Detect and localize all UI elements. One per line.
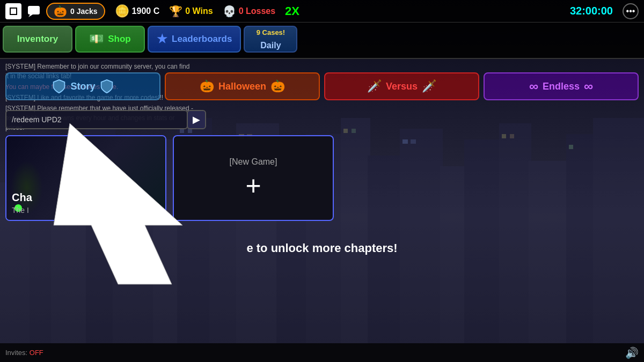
svg-rect-33 bbox=[510, 134, 514, 138]
daily-button[interactable]: 9 Cases! Daily bbox=[244, 26, 297, 53]
tab-versus-label: Versus bbox=[386, 81, 418, 92]
unlock-text: e to unlock more chapters! bbox=[246, 241, 397, 255]
tab-halloween-label: Halloween bbox=[218, 81, 266, 92]
losses-display: 💀 0 Losses bbox=[223, 5, 275, 18]
mode-tabs: Story 🎃 Halloween 🎃 🗡️ Versus 🗡️ ∞ Endle… bbox=[5, 72, 639, 100]
shop-button[interactable]: 💵 Shop bbox=[75, 26, 145, 53]
svg-rect-18 bbox=[566, 134, 596, 343]
svg-rect-31 bbox=[411, 139, 416, 144]
inventory-label: Inventory bbox=[17, 34, 58, 45]
svg-rect-36 bbox=[11, 9, 16, 14]
svg-rect-19 bbox=[593, 118, 644, 343]
submit-arrow-icon: ▶ bbox=[193, 114, 200, 125]
redeem-input[interactable] bbox=[5, 110, 188, 129]
svg-rect-34 bbox=[569, 145, 573, 149]
invites-text: Invites: OFF bbox=[5, 349, 43, 357]
losses-value: 0 Losses bbox=[239, 6, 275, 16]
top-bar: 🎃 0 Jacks 🪙 1900 C 🏆 0 Wins 💀 0 Losses 2… bbox=[0, 0, 644, 59]
tab-endless[interactable]: ∞ Endless ∞ bbox=[484, 72, 639, 100]
leaderboards-label: Leaderboards bbox=[172, 34, 232, 45]
tab-story-label: Story bbox=[70, 81, 95, 92]
game-cards: Cha The I [New Game] + bbox=[5, 135, 334, 221]
daily-cases-text: 9 Cases! bbox=[257, 28, 285, 36]
svg-rect-11 bbox=[341, 118, 370, 343]
shield-icon bbox=[52, 79, 66, 93]
pumpkin-icon-right: 🎃 bbox=[270, 79, 285, 93]
star-icon: ★ bbox=[157, 32, 167, 46]
pumpkin-icon-left: 🎃 bbox=[200, 79, 214, 93]
svg-rect-28 bbox=[343, 129, 348, 133]
svg-rect-14 bbox=[440, 166, 467, 343]
multiplier-value: 2X bbox=[285, 4, 299, 18]
svg-rect-15 bbox=[464, 139, 502, 343]
skull-icon: 💀 bbox=[223, 5, 236, 18]
new-game-card[interactable]: [New Game] + bbox=[173, 135, 334, 221]
shield-icon-right bbox=[100, 79, 114, 93]
svg-rect-37 bbox=[28, 6, 40, 14]
svg-rect-16 bbox=[499, 123, 531, 343]
trophy-icon: 🏆 bbox=[169, 5, 182, 18]
sword-icon-right: 🗡️ bbox=[422, 79, 436, 93]
infinity-icon-right: ∞ bbox=[584, 79, 593, 94]
svg-rect-32 bbox=[502, 134, 506, 138]
nav-row: Inventory 💵 Shop ★ Leaderboards 9 Cases!… bbox=[0, 23, 644, 56]
wins-value: 0 Wins bbox=[185, 6, 213, 16]
inventory-button[interactable]: Inventory bbox=[3, 26, 72, 53]
daily-label: Daily bbox=[260, 41, 281, 50]
redeem-row: ▶ bbox=[5, 110, 206, 129]
roblox-logo bbox=[5, 3, 21, 19]
timer-display: 32:00:00 bbox=[570, 5, 613, 17]
coin-icon: 🪙 bbox=[115, 4, 129, 18]
svg-rect-13 bbox=[400, 129, 443, 343]
chat-icon[interactable] bbox=[26, 3, 42, 19]
sound-icon[interactable]: 🔊 bbox=[625, 346, 639, 359]
new-game-label: [New Game] bbox=[230, 157, 277, 167]
tab-endless-label: Endless bbox=[543, 81, 580, 92]
redeem-submit-button[interactable]: ▶ bbox=[187, 110, 206, 129]
shop-label: Shop bbox=[108, 34, 131, 45]
tab-versus[interactable]: 🗡️ Versus 🗡️ bbox=[324, 72, 479, 100]
existing-card-title: Cha bbox=[12, 191, 32, 204]
jacks-display: 🎃 0 Jacks bbox=[46, 3, 105, 20]
leaderboards-button[interactable]: ★ Leaderboards bbox=[148, 26, 241, 53]
svg-rect-30 bbox=[402, 139, 408, 144]
existing-game-card[interactable]: Cha The I bbox=[5, 135, 166, 221]
shop-icon: 💵 bbox=[89, 32, 104, 46]
existing-card-subtitle: The I bbox=[12, 206, 29, 215]
more-button[interactable]: ••• bbox=[623, 3, 639, 19]
coins-display: 🪙 1900 C bbox=[115, 4, 160, 18]
jacks-value: 0 Jacks bbox=[70, 7, 98, 16]
coins-value: 1900 C bbox=[132, 6, 160, 16]
new-game-plus-icon: + bbox=[245, 172, 261, 199]
jack-icon: 🎃 bbox=[54, 5, 67, 18]
wins-display: 🏆 0 Wins bbox=[169, 5, 213, 18]
svg-rect-29 bbox=[352, 129, 356, 133]
infinity-icon-left: ∞ bbox=[529, 79, 538, 94]
top-bar-upper: 🎃 0 Jacks 🪙 1900 C 🏆 0 Wins 💀 0 Losses 2… bbox=[0, 0, 644, 23]
svg-marker-38 bbox=[28, 14, 33, 17]
bottom-bar: Invites: OFF 🔊 bbox=[0, 343, 644, 362]
timer-value: 32:00:00 bbox=[570, 5, 613, 17]
tab-story[interactable]: Story bbox=[5, 72, 160, 100]
svg-rect-17 bbox=[529, 161, 569, 343]
tab-halloween[interactable]: 🎃 Halloween 🎃 bbox=[165, 72, 320, 100]
multiplier-display: 2X bbox=[285, 4, 299, 18]
sword-icon-left: 🗡️ bbox=[367, 79, 382, 93]
